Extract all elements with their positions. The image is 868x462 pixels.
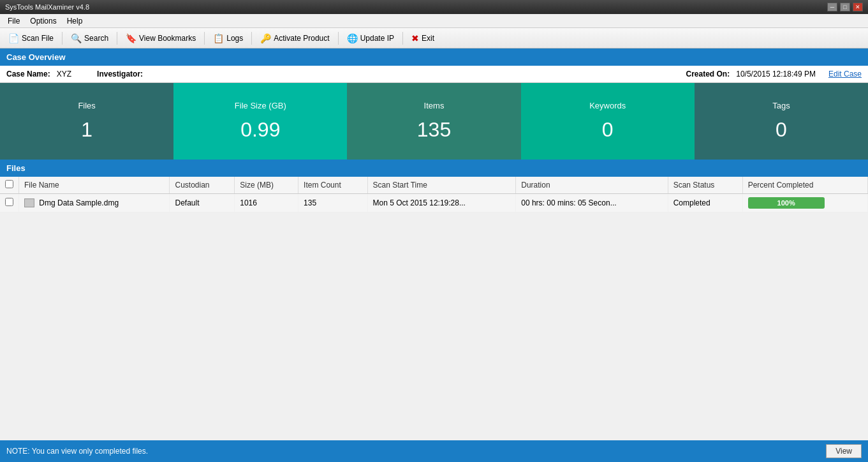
stats-row: Files 1 File Size (GB) 0.99 Items 135 Ke… [0, 83, 868, 160]
row-checkbox[interactable] [5, 198, 13, 206]
view-bookmarks-button[interactable]: 🔖 View Bookmarks [120, 31, 202, 46]
menu-help[interactable]: Help [62, 15, 88, 27]
col-header-duration: Duration [516, 177, 668, 194]
exit-icon: ✖ [411, 33, 419, 43]
stat-keywords: Keywords 0 [521, 83, 695, 160]
exit-label: Exit [422, 34, 434, 43]
table-header-row: File Name Custodian Size (MB) Item Count… [0, 177, 868, 194]
edit-case-link[interactable]: Edit Case [828, 70, 862, 78]
files-section-header: Files [0, 160, 868, 177]
logs-button[interactable]: 📋 Logs [207, 31, 249, 46]
stat-tags-label: Tags [772, 101, 790, 110]
menu-bar: File Options Help [0, 14, 868, 28]
stat-files-label: Files [78, 101, 95, 110]
created-on-value: 10/5/2015 12:18:49 PM [736, 70, 816, 78]
case-name-value: XYZ [57, 70, 71, 78]
toolbar-separator-2 [117, 32, 117, 45]
row-percent: 100% [742, 194, 867, 212]
activate-icon: 🔑 [260, 33, 271, 43]
stat-keywords-value: 0 [602, 118, 614, 142]
activate-product-button[interactable]: 🔑 Activate Product [254, 31, 335, 46]
row-filename: Dmg Data Sample.dmg [19, 194, 170, 212]
scan-file-label: Scan File [22, 34, 54, 43]
case-overview-header: Case Overview [0, 48, 868, 66]
app-title: SysTools MailXaminer v4.8 [5, 3, 89, 11]
stat-files: Files 1 [0, 83, 173, 160]
close-button[interactable]: ✕ [853, 3, 863, 11]
update-ip-icon: 🌐 [347, 33, 358, 43]
row-itemcount: 135 [298, 194, 367, 212]
files-header-label: Files [6, 163, 26, 173]
row-scanstart: Mon 5 Oct 2015 12:19:28... [367, 194, 516, 212]
search-icon: 🔍 [71, 33, 82, 43]
stat-tags: Tags 0 [695, 83, 868, 160]
col-header-size: Size (MB) [235, 177, 298, 194]
logs-icon: 📋 [213, 33, 224, 43]
toolbar-separator-5 [338, 32, 339, 45]
main-content: Case Overview Case Name: XYZ Investigato… [0, 48, 868, 462]
exit-button[interactable]: ✖ Exit [406, 31, 440, 46]
update-ip-label: Update IP [360, 34, 394, 43]
scan-file-icon: 📄 [8, 33, 19, 43]
case-overview-title: Case Overview [6, 52, 66, 62]
row-scanstatus: Completed [668, 194, 742, 212]
row-size: 1016 [235, 194, 298, 212]
select-all-checkbox[interactable] [5, 180, 13, 188]
created-on-item: Created On: 10/5/2015 12:18:49 PM [686, 70, 816, 78]
update-ip-button[interactable]: 🌐 Update IP [341, 31, 400, 46]
search-label: Search [84, 34, 108, 43]
file-icon [24, 198, 34, 207]
investigator-label: Investigator: [97, 70, 143, 78]
col-header-scanstatus: Scan Status [668, 177, 742, 194]
bottom-note: NOTE: You can view only completed files. [6, 447, 148, 456]
case-info-bar: Case Name: XYZ Investigator: Created On:… [0, 66, 868, 83]
created-on-label: Created On: [686, 70, 730, 78]
investigator-item: Investigator: [97, 70, 147, 78]
col-header-filename: File Name [19, 177, 170, 194]
col-header-percent: Percent Completed [742, 177, 867, 194]
case-name-label: Case Name: [6, 70, 50, 78]
toolbar-separator-3 [204, 32, 205, 45]
view-button[interactable]: View [826, 444, 862, 458]
scan-file-button[interactable]: 📄 Scan File [3, 31, 59, 46]
bookmarks-icon: 🔖 [126, 33, 136, 43]
progress-bar-fill: 100% [748, 197, 825, 209]
case-name-item: Case Name: XYZ [6, 70, 71, 78]
col-header-custodian: Custodian [170, 177, 235, 194]
maximize-button[interactable]: □ [840, 3, 850, 11]
col-header-itemcount: Item Count [298, 177, 367, 194]
view-bookmarks-label: View Bookmarks [139, 34, 196, 43]
title-bar: SysTools MailXaminer v4.8 ─ □ ✕ [0, 0, 868, 14]
logs-label: Logs [226, 34, 243, 43]
menu-file[interactable]: File [3, 15, 25, 27]
row-checkbox-cell[interactable] [0, 194, 19, 212]
stat-filesize: File Size (GB) 0.99 [173, 83, 347, 160]
stat-items-value: 135 [417, 118, 451, 142]
window-controls: ─ □ ✕ [827, 3, 863, 11]
stat-items: Items 135 [347, 83, 520, 160]
toolbar-separator-6 [402, 32, 403, 45]
row-custodian: Default [170, 194, 235, 212]
toolbar-separator-1 [62, 32, 63, 45]
bottom-bar: NOTE: You can view only completed files.… [0, 440, 868, 462]
col-header-checkbox[interactable] [0, 177, 19, 194]
files-table: File Name Custodian Size (MB) Item Count… [0, 177, 868, 212]
stat-items-label: Items [424, 101, 445, 110]
search-button[interactable]: 🔍 Search [65, 31, 114, 46]
activate-product-label: Activate Product [274, 34, 329, 43]
table-row: Dmg Data Sample.dmg Default 1016 135 Mon… [0, 194, 868, 212]
stat-tags-value: 0 [776, 118, 787, 142]
toolbar: 📄 Scan File 🔍 Search 🔖 View Bookmarks 📋 … [0, 28, 868, 48]
col-header-scanstart: Scan Start Time [367, 177, 516, 194]
row-duration: 00 hrs: 00 mins: 05 Secon... [516, 194, 668, 212]
toolbar-separator-4 [251, 32, 252, 45]
stat-keywords-label: Keywords [589, 101, 626, 110]
stat-filesize-value: 0.99 [240, 118, 280, 142]
stat-files-value: 1 [81, 118, 92, 142]
menu-options[interactable]: Options [25, 15, 61, 27]
stat-filesize-label: File Size (GB) [235, 101, 286, 110]
minimize-button[interactable]: ─ [827, 3, 837, 11]
progress-bar-wrap: 100% [748, 197, 825, 209]
